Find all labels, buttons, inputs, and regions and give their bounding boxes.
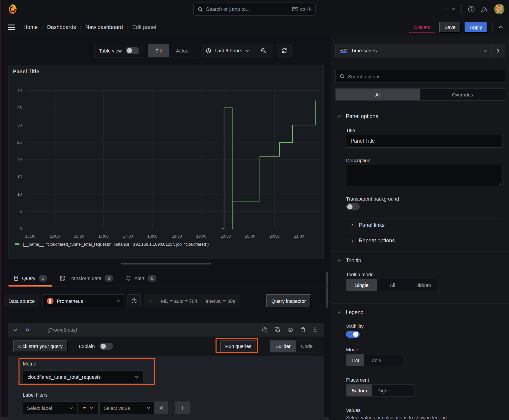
tab-query[interactable]: Query 1 (8, 270, 52, 286)
grafana-logo-icon[interactable] (7, 4, 18, 15)
table-view-toggle[interactable] (126, 47, 139, 54)
breadcrumb-current: Edit panel (132, 24, 156, 30)
chevron-right-icon (350, 239, 354, 242)
global-search-input[interactable]: Search or jump to... ctrl+k (193, 3, 316, 16)
tooltip-mode-hidden[interactable]: Hidden (408, 279, 439, 291)
run-queries-button[interactable]: Run queries (220, 340, 256, 352)
legend-mode-label: Mode (346, 347, 358, 352)
label-filters-field: Label filters Select label = Select valu… (23, 392, 190, 414)
tab-overrides[interactable]: Overrides (420, 89, 505, 100)
datasource-help-icon[interactable] (128, 294, 140, 307)
tooltip-mode-all[interactable]: All (377, 279, 408, 291)
editor-mode-group: Builder Code (270, 340, 318, 352)
explain-toggle[interactable] (99, 343, 113, 350)
zoom-out-icon[interactable] (254, 44, 273, 57)
visibility-toggle[interactable] (346, 331, 360, 338)
timeseries-viz-icon (340, 48, 347, 53)
section-panel-links[interactable]: Panel links (350, 222, 385, 228)
add-filter-icon[interactable] (175, 401, 190, 414)
datasource-picker[interactable]: Prometheus (42, 294, 124, 307)
query-options-summary[interactable]: MD = auto = 704 Interval = 30s (144, 294, 240, 307)
tab-alert-label: Alert (134, 276, 144, 281)
tab-alert[interactable]: Alert 0 (121, 270, 161, 286)
duplicate-icon[interactable] (275, 327, 281, 333)
user-avatar[interactable] (494, 4, 504, 14)
discard-button[interactable]: Discard (409, 22, 435, 32)
save-button[interactable]: Save (439, 22, 461, 32)
display-mode-fill[interactable]: Fill (148, 44, 169, 57)
breadcrumb-home[interactable]: Home (23, 24, 38, 30)
delete-trash-icon[interactable] (300, 327, 306, 333)
placement-bottom[interactable]: Bottom (346, 384, 372, 396)
divider (346, 233, 502, 234)
editor-mode-code[interactable]: Code (296, 340, 318, 352)
breadcrumb-separator-icon: › (42, 24, 43, 30)
interval-text: Interval = 30s (205, 298, 235, 304)
tab-transform[interactable]: Transform data 0 (55, 270, 118, 286)
explain-label: Explain (79, 343, 95, 349)
select-label-placeholder: Select label (27, 405, 52, 411)
operator-dropdown[interactable]: = (78, 401, 99, 414)
section-panel-options[interactable]: Panel options (337, 113, 378, 119)
query-datasource-hint: (Prometheus) (48, 327, 77, 332)
datasource-label: Data source (4, 294, 39, 307)
visualization-picker[interactable]: Time series (335, 44, 505, 57)
chevron-down-icon (116, 299, 120, 303)
section-legend[interactable]: Legend (337, 309, 364, 315)
time-series-panel[interactable]: Panel Title 051015202530354015:3016:0016… (8, 65, 324, 259)
remove-filter-icon[interactable] (154, 401, 168, 414)
svg-text:5: 5 (20, 209, 22, 214)
news-rss-icon[interactable] (481, 6, 488, 13)
description-textarea[interactable] (346, 165, 502, 186)
refresh-icon[interactable] (277, 44, 292, 57)
drag-grip-icon[interactable] (313, 327, 317, 333)
breadcrumb-dashboard[interactable]: New dashboard (85, 24, 123, 30)
panel-options-header: Panel options (346, 113, 378, 119)
menu-hamburger-icon[interactable] (8, 24, 15, 30)
query-tabs: Query 1 Transform data 0 Alert 0 (8, 270, 329, 287)
options-sidebar: Time series Search options All Overrides (331, 36, 509, 420)
query-inspector-button[interactable]: Query inspector (266, 294, 311, 307)
tooltip-mode-single[interactable]: Single (346, 279, 377, 291)
tab-transform-label: Transform data (68, 276, 101, 281)
viz-suggestions-icon[interactable] (491, 44, 505, 57)
metric-select[interactable]: cloudflared_tunnel_total_requests (23, 370, 144, 383)
toggle-visibility-eye-icon[interactable] (287, 327, 293, 333)
legend-mode-list[interactable]: List (346, 354, 364, 366)
section-tooltip[interactable]: Tooltip (337, 257, 361, 263)
options-search-input[interactable]: Search options (335, 70, 505, 83)
editor-mode-builder[interactable]: Builder (270, 340, 296, 352)
clock-icon (206, 48, 211, 53)
display-mode-actual[interactable]: Actual (169, 44, 197, 57)
metric-value: cloudflared_tunnel_total_requests (28, 374, 101, 380)
panel-title-input[interactable]: Panel Title (346, 135, 502, 148)
options-tabs: All Overrides (335, 88, 505, 100)
apply-button[interactable]: Apply (465, 22, 487, 32)
transparent-toggle[interactable] (346, 203, 360, 210)
search-shortcut: ctrl+k (292, 7, 311, 12)
help-icon[interactable] (467, 5, 475, 13)
chevron-down-icon (13, 328, 17, 332)
panel-toolbar: Table view Fill Actual Last 6 hours (94, 44, 292, 57)
query-row-header[interactable]: A (Prometheus) (8, 323, 324, 337)
kick-start-button[interactable]: Kick start your query (13, 340, 68, 352)
section-repeat-options[interactable]: Repeat options (350, 238, 395, 244)
tab-query-badge: 1 (38, 275, 47, 282)
panel-links-header: Panel links (359, 222, 384, 228)
tab-all[interactable]: All (336, 89, 420, 100)
collapse-pane-icon[interactable] (498, 24, 504, 30)
query-help-icon[interactable] (262, 327, 268, 333)
query-editor: A (Prometheus) Kick start your query Exp… (8, 323, 324, 420)
panel-resize-handle[interactable] (121, 263, 211, 264)
placement-right[interactable]: Right (372, 384, 394, 396)
svg-text:15: 15 (17, 175, 22, 179)
breadcrumb-dashboards[interactable]: Dashboards (47, 24, 76, 30)
time-range-picker[interactable]: Last 6 hours (201, 48, 254, 54)
series-marker (15, 243, 20, 245)
select-value-placeholder: Select value (103, 405, 130, 411)
new-plus-icon[interactable] (443, 6, 455, 12)
legend-mode-table[interactable]: Table (364, 354, 386, 366)
legend-item[interactable]: {__name__="cloudflared_tunnel_total_requ… (15, 242, 209, 247)
select-value-dropdown[interactable]: Select value (99, 401, 155, 414)
select-label-dropdown[interactable]: Select label (23, 401, 77, 414)
